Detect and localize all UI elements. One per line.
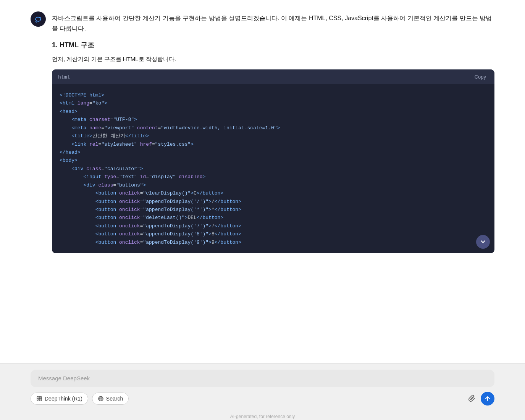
- bottom-bar: Message DeepSeek DeepThink (R1): [0, 363, 525, 411]
- message-input-placeholder: Message DeepSeek: [38, 375, 90, 381]
- message-content: 자바스크립트를 사용하여 간단한 계산기 기능을 구현하는 방법을 설명드리겠습…: [52, 11, 494, 259]
- message-row: 자바스크립트를 사용하여 간단한 계산기 기능을 구현하는 방법을 설명드리겠습…: [31, 11, 494, 259]
- code-lang-label: html: [58, 74, 70, 80]
- send-icon: [485, 396, 491, 402]
- avatar: [31, 11, 46, 27]
- deepthink-icon: [36, 396, 42, 402]
- code-block: <!DOCTYPE html> <html lang="ko"> <head> …: [52, 84, 494, 253]
- search-label: Search: [106, 396, 123, 402]
- code-block-container: <!DOCTYPE html> <html lang="ko"> <head> …: [52, 84, 494, 253]
- send-button[interactable]: [481, 392, 494, 406]
- svg-point-2: [36, 21, 37, 23]
- copy-button[interactable]: Copy: [472, 73, 488, 80]
- deepthink-label: DeepThink (R1): [45, 396, 82, 402]
- attach-button[interactable]: [468, 394, 476, 403]
- svg-point-1: [39, 17, 41, 18]
- toolbar-row: DeepThink (R1) Search: [31, 392, 494, 406]
- svg-point-0: [33, 14, 44, 24]
- section1-heading: 1. HTML 구조: [52, 40, 494, 50]
- section1-subtext: 먼저, 계산기의 기본 구조를 HTML로 작성합니다.: [52, 54, 494, 64]
- search-button[interactable]: Search: [92, 393, 129, 405]
- attach-icon: [468, 394, 476, 403]
- intro-text: 자바스크립트를 사용하여 간단한 계산기 기능을 구현하는 방법을 설명드리겠습…: [52, 13, 494, 34]
- scroll-down-button[interactable]: [476, 235, 490, 249]
- deepthink-button[interactable]: DeepThink (R1): [31, 393, 88, 405]
- toolbar-left: DeepThink (R1) Search: [31, 393, 129, 405]
- footer-note: AI-generated, for reference only: [0, 411, 525, 420]
- code-block-header: html Copy: [52, 69, 494, 84]
- message-input-box[interactable]: Message DeepSeek: [31, 370, 494, 387]
- toolbar-right: [468, 392, 494, 406]
- code-block-wrapper: html Copy <!DOCTYPE html> <html lang="ko…: [52, 69, 494, 253]
- search-globe-icon: [98, 396, 104, 402]
